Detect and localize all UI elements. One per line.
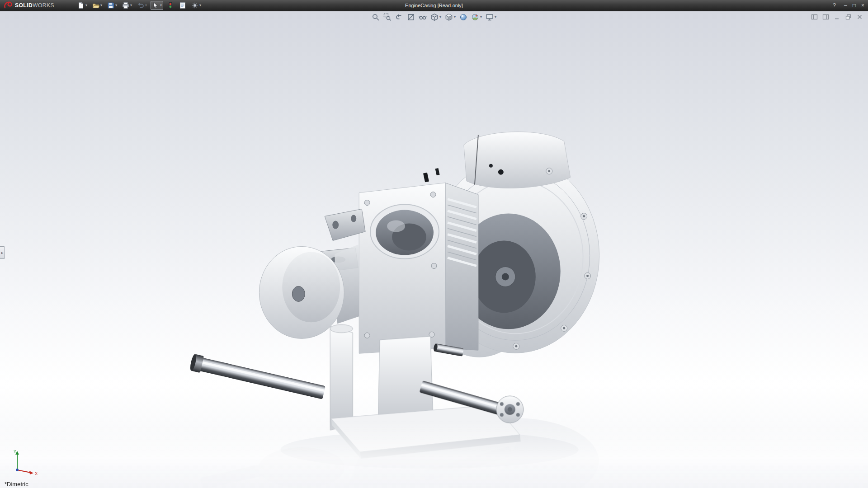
new-document-icon — [77, 2, 85, 9]
close-icon — [856, 14, 863, 20]
undo-arrow-icon — [137, 2, 144, 9]
previous-view-icon — [395, 13, 403, 21]
orientation-triad: Y X — [8, 448, 40, 476]
view-orientation-button[interactable]: ▾ — [429, 12, 443, 22]
dropdown-arrow-icon: ▾ — [130, 4, 132, 7]
new-button[interactable]: ▾ — [76, 1, 89, 10]
dropdown-arrow-icon: ▾ — [439, 15, 441, 19]
select-cursor-icon — [152, 2, 159, 9]
apply-scene-button[interactable]: ▾ — [470, 12, 483, 22]
zoom-to-fit-icon — [372, 13, 380, 21]
undo-button[interactable]: ▾ — [136, 1, 148, 10]
app-logo: SOLIDWORKS — [4, 0, 54, 11]
dassault-3ds-logo-icon — [4, 1, 13, 9]
previous-view-button[interactable] — [394, 12, 405, 22]
minimize-icon — [834, 14, 840, 20]
view-settings-icon — [486, 13, 494, 21]
save-button[interactable]: ▾ — [106, 1, 118, 10]
open-button[interactable]: ▾ — [91, 1, 104, 10]
engine-casing-model[interactable] — [0, 11, 868, 488]
display-style-cube-icon — [445, 13, 453, 21]
solidworks-window: { "glyphs": {"dropdown": "▾", "flyout": … — [0, 0, 868, 488]
display-pane-button[interactable] — [821, 13, 830, 21]
glasses-icon — [419, 13, 427, 21]
edit-appearance-button[interactable] — [458, 12, 469, 22]
save-floppy-icon — [107, 2, 114, 9]
graphics-area[interactable]: ▾ ▾ — [0, 11, 868, 488]
featuremanager-flyout-tab[interactable]: ▸ — [0, 246, 5, 259]
options-button[interactable]: ▾ — [190, 1, 203, 10]
flyout-arrow-icon: ▸ — [1, 251, 3, 255]
file-properties-button[interactable] — [178, 1, 188, 10]
dropdown-arrow-icon: ▾ — [115, 4, 117, 7]
rebuild-traffic-light-icon — [167, 2, 174, 9]
display-style-button[interactable]: ▾ — [443, 12, 457, 22]
triad-y-label: Y — [14, 449, 16, 454]
options-gear-icon — [191, 2, 198, 9]
zoom-to-fit-button[interactable] — [370, 12, 381, 22]
maximize-button[interactable]: □ — [853, 3, 856, 8]
view-settings-button[interactable]: ▾ — [484, 12, 498, 22]
pane-right-icon — [822, 14, 829, 20]
printer-icon — [122, 2, 129, 9]
view-orientation-cube-icon — [430, 13, 439, 21]
document-minimize-button[interactable] — [833, 13, 841, 21]
document-restore-button[interactable] — [844, 13, 852, 21]
menu-bar-toolbar: ▾ ▾ ▾ ▾ — [76, 0, 203, 10]
document-close-button[interactable] — [855, 13, 863, 21]
view-orientation-label: *Dimetric — [5, 481, 28, 488]
minimize-button[interactable]: – — [844, 3, 847, 8]
dropdown-arrow-icon: ▾ — [100, 4, 102, 7]
zoom-to-area-icon — [383, 13, 392, 21]
heads-up-view-toolbar: ▾ ▾ — [370, 12, 498, 22]
dropdown-arrow-icon: ▾ — [454, 15, 456, 19]
apply-scene-icon — [471, 13, 479, 21]
collapse-featuremanager-button[interactable] — [810, 13, 818, 21]
section-view-button[interactable] — [406, 12, 416, 22]
window-controls: ? – □ × — [833, 0, 864, 11]
pane-left-icon — [811, 14, 818, 20]
print-button[interactable]: ▾ — [121, 1, 133, 10]
file-properties-icon — [179, 2, 186, 9]
titlebar: SOLIDWORKS ▾ ▾ ▾ — [0, 0, 868, 11]
appearance-sphere-icon — [459, 13, 467, 21]
document-window-controls — [810, 13, 863, 21]
triad-x-label: X — [35, 471, 38, 476]
dropdown-arrow-icon: ▾ — [160, 4, 162, 7]
dropdown-arrow-icon: ▾ — [480, 15, 482, 19]
help-button[interactable]: ? — [833, 3, 836, 8]
close-button[interactable]: × — [861, 3, 864, 8]
dropdown-arrow-icon: ▾ — [495, 15, 496, 19]
section-view-icon — [407, 13, 415, 21]
dropdown-arrow-icon: ▾ — [199, 4, 201, 7]
hide-show-items-button[interactable] — [417, 12, 428, 22]
select-button[interactable]: ▾ — [151, 1, 163, 10]
rebuild-button[interactable] — [165, 1, 175, 10]
zoom-to-area-button[interactable] — [382, 12, 393, 22]
dropdown-arrow-icon: ▾ — [85, 4, 87, 7]
dropdown-arrow-icon: ▾ — [145, 4, 147, 7]
restore-icon — [845, 14, 852, 20]
open-folder-icon — [92, 2, 99, 9]
brand-text: SOLIDWORKS — [15, 2, 54, 9]
